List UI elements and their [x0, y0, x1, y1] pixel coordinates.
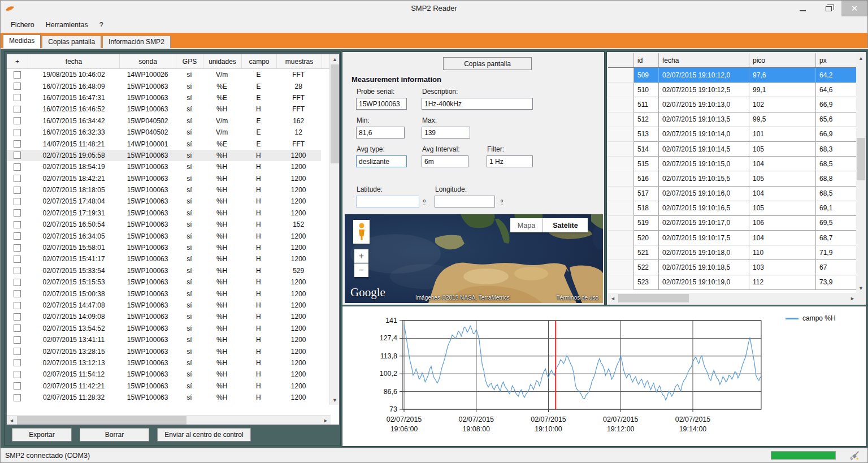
- row-checkbox[interactable]: [14, 232, 21, 240]
- tab-informacion-smp2[interactable]: Información SMP2: [102, 36, 171, 48]
- column-header-gps[interactable]: GPS: [176, 54, 203, 68]
- copias-pantalla-button[interactable]: Copias pantalla: [443, 57, 532, 70]
- table-row[interactable]: 52102/07/2015 19:10:18,011071,9: [608, 245, 857, 260]
- scroll-left-icon[interactable]: ◄: [7, 416, 16, 425]
- table-row[interactable]: 16/07/2015 16:32:3315WP040502síV/mE12: [7, 127, 321, 138]
- row-selector[interactable]: [608, 127, 634, 142]
- row-checkbox[interactable]: [14, 359, 21, 366]
- longitude-field[interactable]: [435, 196, 495, 207]
- min-field[interactable]: [356, 127, 405, 139]
- table-row[interactable]: 02/07/2015 14:09:0815WP100063sí%HH1200: [7, 311, 321, 322]
- table-row[interactable]: 51202/07/2015 19:10:13,599,565,6: [608, 112, 857, 127]
- table-row[interactable]: 50902/07/2015 19:10:12,097,664,2: [608, 68, 857, 83]
- menu-help[interactable]: ?: [94, 19, 109, 31]
- scroll-thumb[interactable]: [618, 294, 689, 302]
- table-row[interactable]: 02/07/2015 16:50:5415WP100063sí%HH152: [7, 219, 321, 230]
- row-selector[interactable]: [608, 187, 634, 201]
- table-row[interactable]: 16/07/2015 16:48:0915WP100063sí%EE28: [7, 80, 321, 92]
- table-row[interactable]: 16/07/2015 16:47:3115WP100063sí%EEFFT: [7, 92, 321, 103]
- table-row[interactable]: 51002/07/2015 19:10:12,599,164,6: [608, 83, 857, 97]
- table-row[interactable]: 02/07/2015 13:54:5215WP100063sí%HH1200: [7, 323, 321, 334]
- table-row[interactable]: 51502/07/2015 19:10:15,010468,5: [608, 157, 857, 171]
- scroll-right-icon[interactable]: ►: [321, 416, 331, 425]
- row-checkbox[interactable]: [14, 71, 21, 79]
- measures-horizontal-scrollbar[interactable]: ◄ ►: [7, 415, 331, 425]
- table-row[interactable]: 02/07/2015 13:12:1315WP100063sí%HH1200: [7, 357, 321, 369]
- table-row[interactable]: 51702/07/2015 19:10:16,010468,5: [608, 187, 857, 201]
- table-row[interactable]: 02/07/2015 15:00:3815WP100063sí%HH1200: [7, 288, 321, 299]
- row-checkbox[interactable]: [14, 336, 21, 344]
- table-row[interactable]: 02/07/2015 18:42:2115WP100063sí%HH1200: [7, 173, 321, 184]
- table-row[interactable]: 02/07/2015 15:58:0115WP100063sí%HH1200: [7, 242, 321, 253]
- table-row[interactable]: 02/07/2015 18:54:1915WP100063sí%HH1200: [7, 161, 321, 172]
- row-selector[interactable]: [608, 275, 634, 290]
- row-checkbox[interactable]: [14, 175, 21, 182]
- row-selector[interactable]: [608, 216, 634, 231]
- column-header-sonda[interactable]: sonda: [120, 54, 176, 68]
- table-row[interactable]: 52302/07/2015 19:10:19,011273,9: [608, 275, 857, 290]
- table-row[interactable]: 02/07/2015 15:41:1715WP100063sí%HH1200: [7, 253, 321, 265]
- scroll-thumb[interactable]: [857, 138, 865, 180]
- measures-vertical-scrollbar[interactable]: ▲ ▼: [329, 54, 339, 405]
- table-row[interactable]: 51102/07/2015 19:10:13,010266,9: [608, 97, 857, 112]
- map-type-mapa-button[interactable]: Mapa: [510, 218, 543, 232]
- row-checkbox[interactable]: [14, 371, 21, 378]
- row-checkbox[interactable]: [14, 94, 21, 101]
- row-selector[interactable]: [608, 201, 634, 216]
- row-checkbox[interactable]: [14, 129, 21, 136]
- map-terms-link[interactable]: Términos de uso: [557, 295, 598, 301]
- borrar-button[interactable]: Borrar: [80, 428, 149, 442]
- row-checkbox[interactable]: [14, 302, 21, 309]
- row-checkbox[interactable]: [14, 117, 21, 124]
- table-row[interactable]: 16/07/2015 16:34:4215WP040502síV/mE162: [7, 115, 321, 127]
- scroll-down-icon[interactable]: ▼: [330, 395, 340, 405]
- table-row[interactable]: 02/07/2015 17:48:0415WP100063sí%HH1200: [7, 196, 321, 207]
- row-selector[interactable]: [608, 231, 634, 245]
- row-checkbox[interactable]: [14, 209, 21, 217]
- table-row[interactable]: 14/07/2015 11:48:2114WP100001sí%EEFFT: [7, 138, 321, 149]
- table-row[interactable]: 02/07/2015 15:15:5315WP100063sí%HH1200: [7, 276, 321, 288]
- row-selector[interactable]: [608, 171, 634, 186]
- scroll-up-icon[interactable]: ▲: [330, 54, 340, 64]
- table-row[interactable]: 02/07/2015 11:42:2115WP100063sí%HH1200: [7, 380, 321, 392]
- row-checkbox[interactable]: [14, 324, 21, 332]
- row-selector[interactable]: [608, 245, 634, 260]
- table-row[interactable]: 02/07/2015 15:33:5415WP100063sí%HH529: [7, 265, 321, 276]
- table-row[interactable]: 02/07/2015 11:28:3215WP100063sí%HH1200: [7, 392, 321, 403]
- close-button[interactable]: ✕: [841, 1, 867, 16]
- row-checkbox[interactable]: [14, 382, 21, 390]
- table-row[interactable]: 02/07/2015 14:47:0815WP100063sí%HH1200: [7, 300, 321, 311]
- filter-field[interactable]: [487, 155, 533, 167]
- exportar-button[interactable]: Exportar: [12, 428, 72, 442]
- google-map[interactable]: + − Mapa Satélite Google Imágenes ©2015 …: [345, 214, 603, 303]
- table-row[interactable]: 52002/07/2015 19:10:17,510468,7: [608, 231, 857, 245]
- row-checkbox[interactable]: [14, 313, 21, 321]
- row-selector[interactable]: [608, 97, 634, 112]
- scroll-left-icon[interactable]: ◄: [608, 293, 618, 303]
- row-checkbox[interactable]: [14, 348, 21, 355]
- table-row[interactable]: 02/07/2015 11:54:1215WP100063sí%HH1200: [7, 369, 321, 380]
- menu-fichero[interactable]: Fichero: [5, 19, 40, 31]
- tab-medidas[interactable]: Medidas: [3, 34, 41, 48]
- table-row[interactable]: 02/07/2015 11:15:5715WP100063sí%HH1200: [7, 403, 321, 405]
- column-header-campo[interactable]: campo: [242, 54, 277, 68]
- enviar-centro-control-button[interactable]: Enviar al centro de control: [157, 428, 251, 442]
- table-row[interactable]: 02/07/2015 13:28:1515WP100063sí%HH1200: [7, 345, 321, 357]
- row-checkbox[interactable]: [14, 290, 21, 297]
- column-header-fecha[interactable]: fecha: [659, 53, 749, 67]
- table-row[interactable]: 02/07/2015 16:34:0515WP100063sí%HH1200: [7, 230, 321, 241]
- table-row[interactable]: 52202/07/2015 19:10:18,510367: [608, 260, 857, 275]
- probe-serial-field[interactable]: [356, 98, 407, 110]
- avg-interval-field[interactable]: [422, 155, 468, 167]
- table-row[interactable]: 51402/07/2015 19:10:14,510568,3: [608, 142, 857, 157]
- row-selector[interactable]: [608, 83, 634, 97]
- description-field[interactable]: [422, 98, 533, 110]
- row-checkbox[interactable]: [14, 187, 21, 194]
- google-logo[interactable]: Google: [350, 285, 385, 300]
- max-field[interactable]: [422, 127, 470, 139]
- table-row[interactable]: 51802/07/2015 19:10:16,510569,1: [608, 201, 857, 216]
- table-row[interactable]: 51602/07/2015 19:10:15,510568,8: [608, 171, 857, 186]
- map-zoom-out-button[interactable]: −: [354, 263, 368, 277]
- scroll-up-icon[interactable]: ▲: [856, 53, 866, 63]
- column-header-fecha[interactable]: fecha: [28, 54, 120, 68]
